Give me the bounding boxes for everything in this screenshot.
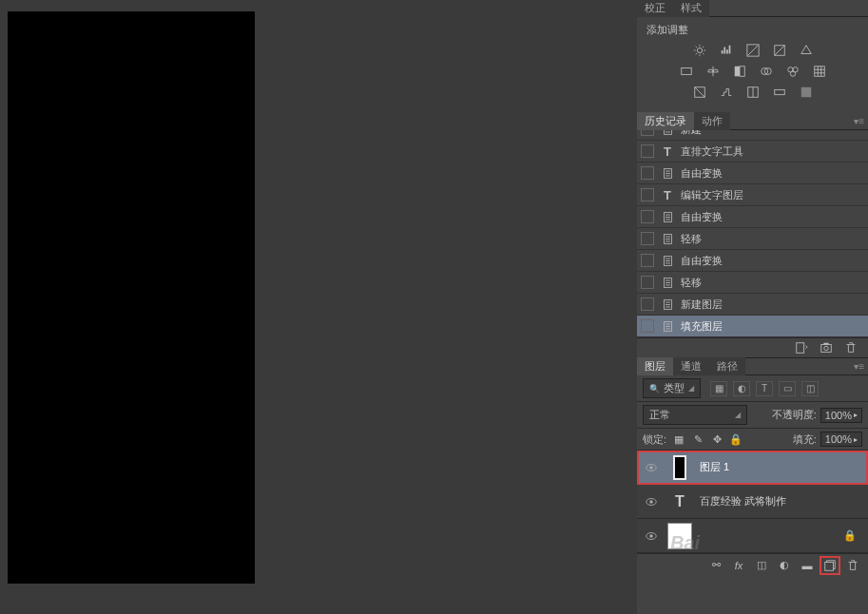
history-state-checkbox[interactable] [641, 166, 654, 180]
visibility-eye-icon[interactable] [643, 528, 660, 545]
history-state-checkbox[interactable] [641, 254, 654, 267]
layer-thumbnail[interactable] [667, 523, 692, 549]
history-item[interactable]: 轻移 [637, 228, 868, 250]
balance-icon[interactable] [704, 64, 722, 79]
history-item-label: 自由变换 [681, 166, 723, 181]
document-icon [660, 297, 675, 312]
lock-all-icon[interactable]: 🔒 [729, 432, 743, 446]
lock-position-icon[interactable]: ✥ [710, 432, 723, 446]
lookup-icon[interactable] [811, 64, 828, 79]
threshold-icon[interactable] [744, 85, 762, 100]
history-item[interactable]: T编辑文字图层 [637, 184, 868, 206]
filter-smart-icon[interactable]: ◫ [801, 381, 819, 396]
adjustments-row-3 [646, 85, 858, 100]
create-document-icon[interactable] [794, 341, 809, 355]
vibrance-icon[interactable] [798, 43, 815, 58]
history-state-checkbox[interactable] [641, 130, 654, 136]
layer-item[interactable]: T百度经验 武将制作 [637, 485, 868, 519]
document-icon [660, 231, 675, 246]
tab-actions[interactable]: 动作 [694, 112, 730, 130]
new-layer-icon[interactable] [822, 559, 838, 572]
lock-transparent-icon[interactable]: ▦ [672, 432, 685, 446]
gradient-map-icon[interactable] [771, 85, 788, 100]
history-item[interactable]: 新建 [637, 130, 868, 141]
canvas-area [0, 0, 637, 614]
tab-paths[interactable]: 路径 [709, 357, 745, 375]
history-state-checkbox[interactable] [641, 319, 654, 333]
layer-item[interactable]: 🔒 [637, 519, 868, 553]
history-flyout-icon[interactable]: ▾≡ [854, 116, 864, 126]
hue-icon[interactable] [678, 64, 695, 79]
svg-rect-11 [814, 67, 824, 77]
svg-rect-16 [664, 130, 671, 134]
layer-item[interactable]: 图层 1 [637, 451, 868, 485]
posterize-icon[interactable] [718, 85, 735, 100]
history-item-label: 编辑文字图层 [681, 188, 743, 202]
history-item[interactable]: 新建图层 [637, 294, 868, 316]
levels-icon[interactable] [718, 43, 735, 58]
adjustment-layer-icon[interactable]: ◐ [777, 559, 792, 572]
history-state-checkbox[interactable] [641, 297, 654, 311]
text-tool-icon: T [660, 144, 675, 159]
delete-layer-icon[interactable] [845, 559, 860, 572]
history-item[interactable]: 自由变换 [637, 163, 868, 184]
filter-text-icon[interactable]: T [756, 381, 773, 396]
layer-mask-icon[interactable]: ◫ [754, 559, 769, 572]
history-item[interactable]: 自由变换 [637, 250, 868, 272]
history-item[interactable]: T直排文字工具 [637, 141, 868, 163]
history-state-checkbox[interactable] [641, 210, 654, 223]
layer-list[interactable]: 图层 1T百度经验 武将制作🔒 [637, 451, 868, 553]
visibility-eye-icon[interactable] [643, 459, 660, 476]
bw-icon[interactable] [731, 64, 748, 79]
tab-history[interactable]: 历史记录 [637, 112, 694, 130]
delete-state-icon[interactable] [843, 341, 858, 355]
layer-thumbnail[interactable]: T [667, 489, 692, 515]
history-list[interactable]: 新建T直排文字工具自由变换T编辑文字图层自由变换轻移自由变换轻移新建图层填充图层 [637, 130, 868, 337]
layer-name-label[interactable]: 图层 1 [700, 460, 729, 474]
document-canvas[interactable] [8, 11, 255, 584]
layer-style-icon[interactable]: fx [731, 559, 746, 572]
history-state-checkbox[interactable] [641, 232, 654, 245]
chevron-down-icon: ◢ [735, 411, 741, 419]
tab-corrections[interactable]: 校正 [637, 0, 673, 17]
layers-flyout-icon[interactable]: ▾≡ [854, 361, 864, 372]
svg-rect-27 [823, 343, 828, 345]
filter-shape-icon[interactable]: ▭ [779, 381, 796, 396]
invert-icon[interactable] [691, 85, 708, 100]
filter-pixel-icon[interactable]: ▦ [710, 381, 727, 396]
history-state-checkbox[interactable] [641, 144, 654, 158]
selective-color-icon[interactable] [798, 85, 815, 100]
document-icon [660, 209, 675, 224]
layer-group-icon[interactable]: ▬ [800, 559, 815, 572]
tab-layers[interactable]: 图层 [637, 357, 673, 375]
history-item[interactable]: 填充图层 [637, 316, 868, 337]
adjustments-row-1 [646, 43, 858, 58]
blend-mode-dropdown[interactable]: 正常 ◢ [643, 405, 747, 425]
history-state-checkbox[interactable] [641, 188, 654, 201]
tab-styles[interactable]: 样式 [673, 0, 709, 17]
exposure-icon[interactable] [771, 43, 788, 58]
photo-filter-icon[interactable] [758, 64, 775, 79]
history-item[interactable]: 自由变换 [637, 206, 868, 228]
filter-adjust-icon[interactable]: ◐ [733, 381, 750, 396]
adjustments-panel: 添加调整 [637, 17, 868, 113]
history-item-label: 自由变换 [681, 210, 723, 224]
history-state-checkbox[interactable] [641, 276, 654, 289]
layer-name-label[interactable]: 百度经验 武将制作 [700, 494, 786, 508]
snapshot-icon[interactable] [819, 341, 834, 355]
fill-input[interactable]: 100%▸ [820, 432, 862, 447]
opacity-input[interactable]: 100%▸ [820, 408, 862, 423]
lock-pixels-icon[interactable]: ✎ [691, 432, 704, 446]
brightness-icon[interactable] [691, 43, 708, 58]
history-item-label: 新建图层 [681, 297, 723, 312]
visibility-eye-icon[interactable] [643, 493, 660, 510]
history-bottom-bar [637, 337, 868, 358]
history-item-label: 轻移 [681, 276, 702, 290]
channel-mixer-icon[interactable] [784, 64, 801, 79]
curves-icon[interactable] [744, 43, 762, 58]
layer-thumbnail[interactable] [673, 455, 686, 480]
tab-channels[interactable]: 通道 [673, 357, 709, 375]
history-item[interactable]: 轻移 [637, 272, 868, 294]
link-layers-icon[interactable]: ⚯ [708, 559, 723, 572]
layer-kind-dropdown[interactable]: 🔍 类型 ◢ [643, 378, 701, 398]
